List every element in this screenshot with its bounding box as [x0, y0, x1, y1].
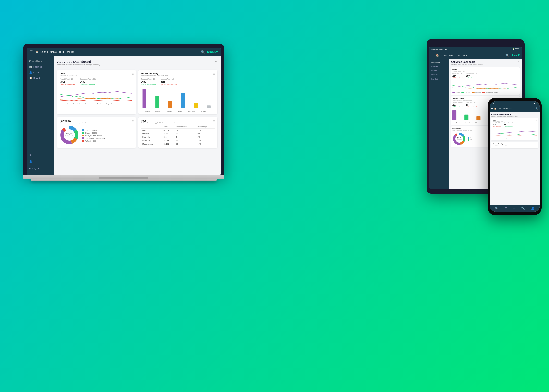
units-occupied-change: ↑ 14% vs last month [80, 84, 96, 86]
tablet-sidebar-reports[interactable]: Reports [429, 73, 449, 77]
payments-widget-menu[interactable]: ≡ [132, 119, 134, 123]
tablet-sidebar-clients[interactable]: Clients [429, 69, 449, 73]
units-chart-legend: Vacant Occupied Reserved [60, 103, 134, 105]
tablet-search-icon[interactable]: 🔍 [505, 54, 509, 57]
facilities-icon: 🏢 [29, 65, 32, 68]
legend-leads: Leads [174, 110, 182, 112]
tablet-edit-icon[interactable]: ✏ [518, 61, 520, 63]
phone-bottom-user-icon[interactable]: 👤 [531, 207, 535, 210]
units-stats-row: Vacant (Aug 1-16) 264 ↓ 28% vs last mont… [60, 78, 134, 86]
dashboard-grid: Units Statuses of space units ≡ Vacant (… [57, 70, 217, 148]
phone-property-icon: 🏠 [494, 108, 497, 110]
legend-booked-label: Booked [155, 110, 160, 112]
app-body: ⊞ Dashboard 🏢 Facilities 👤 Clients � [27, 56, 221, 175]
sidebar-item-label: Facilities [33, 66, 42, 68]
tenants-change: ↑ 14% vs last month [141, 84, 156, 86]
search-icon[interactable]: 🔍 [201, 50, 205, 54]
tablet-units-menu[interactable]: ≡ [517, 69, 518, 72]
phone-units-stats: Vacant (Aug 1-16) 264 ↓ 28% vs last mont… [493, 122, 537, 127]
tablet-leads-value: 58 [466, 103, 477, 106]
fees-widget-menu[interactable]: ≡ [213, 119, 215, 123]
phone-signal-icon: ▲▲ [532, 103, 535, 104]
payments-widget-title: Payments [60, 119, 86, 122]
tablet-status-time: 9:41 AM Tue Aug 16 [431, 48, 447, 50]
topbar-left: ☰ 🏠 South El Monte · 1641 Peck Rd [30, 50, 201, 54]
tv-legend-vacant: Vacant [452, 92, 460, 93]
tenant-activity-legend: Tenants Booked Relocated [141, 110, 215, 112]
phone-time: 9:41 [492, 103, 495, 104]
pu-legend-vacant: Vacant [493, 137, 499, 139]
leads-label: Leads (Aug 1-16) [161, 78, 177, 80]
fees-late-cost: $2,094 [162, 129, 175, 132]
payments-donut-area: $13,407 Total (Aug 1-16) Cash $1,498 [60, 125, 134, 146]
svg-rect-5 [168, 101, 172, 108]
fees-insurance-count: 33 [175, 139, 196, 142]
phone-occupied-stat: Occupied (Aug 1-16) 297 ↑ 14% vs last mo… [504, 122, 513, 127]
phone-bottom-search-icon[interactable]: 🔍 [495, 207, 499, 210]
laptop-base [23, 175, 224, 179]
phone-units-chart [493, 128, 537, 137]
refunds-label: Refunds $834 [85, 140, 97, 142]
tablet-sidebar-facilities[interactable]: Facilities [429, 64, 449, 69]
phone-tenant-title: Tenant Activity [493, 143, 537, 145]
legend-vacant-label: Vacant [63, 103, 68, 105]
fees-insurance-cost: $4,573 [162, 139, 175, 142]
sidebar-item-settings[interactable]: ⚙ [27, 152, 54, 158]
legend-relocated-label: Relocated [166, 110, 172, 112]
payments-donut-svg: $13,407 Total (Aug 1-16) [60, 125, 79, 145]
settings-icon: ⚙ [29, 154, 31, 156]
sidebar-item-reports[interactable]: 📋 Reports [27, 75, 54, 81]
units-vacant-value: 264 [60, 80, 75, 84]
fees-widget-header: Fees Outstanding fees applied to tenants… [141, 119, 215, 124]
tablet-sidebar-logout[interactable]: Log Out [429, 77, 449, 81]
debit-credit-label: Debit/Credit Cards $6,224 [85, 137, 105, 139]
tablet-units-widget: Units Statuses of space units ≡ Vacant (… [451, 67, 520, 95]
tablet-tenant-title: Tenant Activity [452, 98, 472, 99]
legend-overdue: Overdue [197, 110, 206, 112]
units-widget-menu[interactable]: ≡ [132, 72, 134, 76]
phone-bottom-wrench-icon[interactable]: 🔧 [521, 207, 525, 210]
tenant-activity-subtitle: Tenant statuses and rental activities [141, 75, 168, 77]
sidebar-item-logout[interactable]: ↩ Log Out [27, 165, 54, 171]
check-legend-label: Check $2,871 [85, 132, 97, 134]
fees-late-pct: 11% [196, 129, 215, 132]
fees-insurance-pct: 27% [196, 139, 215, 142]
sidebar-item-clients[interactable]: 👤 Clients [27, 70, 54, 75]
fees-widget-title: Fees [141, 119, 175, 122]
phone-tenant-widget: Tenant Activity Tenant statuses and rent… [491, 142, 538, 148]
phone-search-icon[interactable]: 🔍 [536, 107, 538, 110]
tablet-hamburger-icon[interactable]: ☰ [431, 54, 434, 57]
hamburger-icon[interactable]: ☰ [30, 50, 33, 54]
phone-bottom-list-icon[interactable]: ≡ [513, 207, 515, 210]
fees-late-count: 14 [175, 129, 196, 132]
sidebar-item-profile[interactable]: 👤 [27, 159, 54, 164]
phone-hamburger-icon[interactable]: ☰ [491, 107, 493, 110]
fees-misc-count: 13 [175, 142, 196, 146]
tablet-sidebar: Dashboard Facilities Clients Reports Log… [429, 59, 449, 189]
refunds-square [82, 140, 84, 142]
legend-maintenance-label: Maintenance Required [97, 103, 112, 105]
phone-units-menu[interactable]: ≡ [536, 119, 537, 122]
tablet-units-title: Units [452, 69, 465, 71]
page-subtitle: Overview of the activities at your stora… [57, 64, 100, 66]
sidebar-item-facilities[interactable]: 🏢 Facilities [27, 64, 54, 70]
units-vacant-change: ↓ 28% vs last month [60, 84, 75, 86]
sidebar-item-dashboard[interactable]: ⊞ Dashboard [27, 58, 54, 64]
tablet-occupied-change: ↑ 14% vs last month [466, 77, 477, 79]
leads-change: ↓ 6.3% vs last month [161, 84, 177, 86]
relocated-legend-dot [162, 111, 165, 111]
page-title: Activities Dashboard [57, 60, 100, 64]
phone-bottom-grid-icon[interactable]: ⊞ [505, 207, 507, 210]
tenant-activity-menu[interactable]: ≡ [213, 72, 215, 76]
fees-discounts-count: 5 [175, 135, 196, 139]
tablet-sidebar-dashboard[interactable]: Dashboard [429, 60, 449, 64]
edit-icon[interactable]: ✏ [215, 60, 217, 63]
laptop-screen: ☰ 🏠 South El Monte · 1641 Peck Rd 🔍 tena… [27, 48, 221, 175]
laptop-foot [31, 179, 217, 181]
sidebar-bottom: ⚙ 👤 ↩ Log Out [27, 152, 54, 173]
phone-vacant-value: 264 [493, 123, 501, 126]
phone-bottom-bar: 🔍 ⊞ ≡ 🔧 👤 [490, 205, 540, 212]
fees-misc-cost: $1,151 [162, 142, 175, 146]
tablet-leads-stat: Leads (Aug 1-16) 58 ↓ 6.2% vs last month [466, 102, 477, 108]
clients-icon: 👤 [29, 71, 32, 74]
